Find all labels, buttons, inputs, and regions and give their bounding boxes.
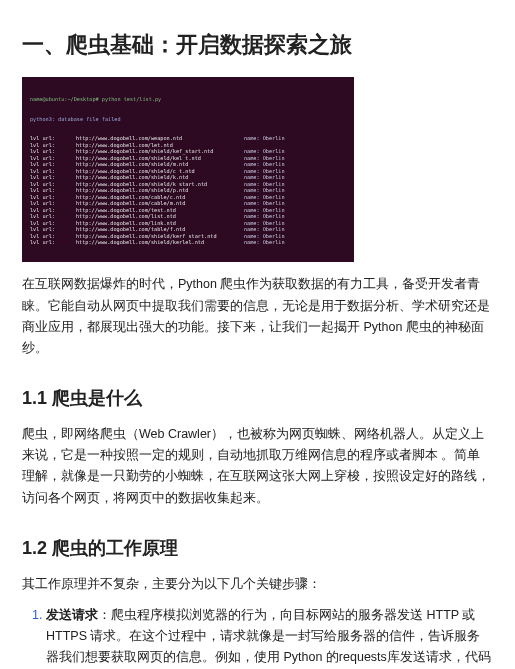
section-1-2-intro: 其工作原理并不复杂，主要分为以下几个关键步骤： <box>22 574 493 595</box>
step-title: 发送请求 <box>46 608 98 622</box>
steps-list: 发送请求：爬虫程序模拟浏览器的行为，向目标网站的服务器发送 HTTP 或 HTT… <box>22 605 493 669</box>
list-item: 发送请求：爬虫程序模拟浏览器的行为，向目标网站的服务器发送 HTTP 或 HTT… <box>46 605 493 669</box>
section-heading-1-2: 1.2 爬虫的工作原理 <box>22 533 493 564</box>
terminal-line: python3: database file failed <box>30 116 346 123</box>
terminal-line: name@ubuntu:~/Desktop# python test/list.… <box>30 96 346 103</box>
step-body: ：爬虫程序模拟浏览器的行为，向目标网站的服务器发送 HTTP 或 HTTPS 请… <box>46 608 491 669</box>
terminal-line: lvl url:http://www.dogobell.com/shield/k… <box>30 239 346 246</box>
intro-paragraph: 在互联网数据爆炸的时代，Python 爬虫作为获取数据的有力工具，备受开发者青睐… <box>22 274 493 359</box>
page-title: 一、爬虫基础：开启数据探索之旅 <box>22 26 493 63</box>
section-heading-1-1: 1.1 爬虫是什么 <box>22 383 493 414</box>
terminal-screenshot: name@ubuntu:~/Desktop# python test/list.… <box>22 77 354 262</box>
section-1-1-paragraph: 爬虫，即网络爬虫（Web Crawler），也被称为网页蜘蛛、网络机器人。从定义… <box>22 424 493 509</box>
